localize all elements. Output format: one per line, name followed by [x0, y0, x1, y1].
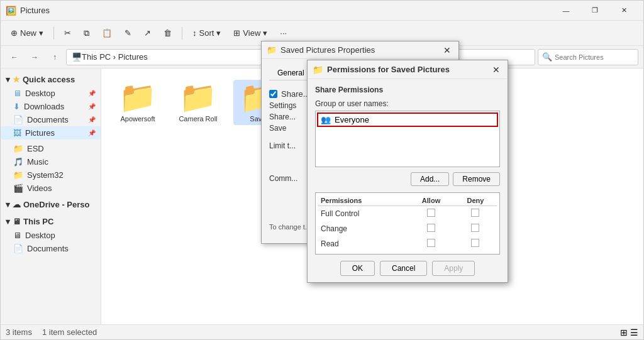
- checkbox-deny-read[interactable]: [471, 239, 479, 247]
- more-icon: ···: [280, 28, 287, 38]
- more-button[interactable]: ···: [275, 26, 292, 40]
- up-button[interactable]: ↑: [46, 48, 64, 66]
- perm-close-button[interactable]: ✕: [490, 63, 502, 76]
- perm-allow-change[interactable]: [408, 221, 454, 236]
- paste-button[interactable]: 📋: [97, 26, 117, 40]
- rename-button[interactable]: ✎: [119, 26, 136, 40]
- cancel-button[interactable]: Cancel: [380, 261, 427, 276]
- thispc-header[interactable]: ▾ 🖥 This PC: [1, 214, 101, 229]
- copy-icon: ⧉: [84, 28, 89, 38]
- pin-icon-4: 📌: [88, 129, 96, 136]
- perm-title: Permissions for Saved Pictures: [327, 65, 450, 74]
- perm-section-title: Share Permissions: [315, 85, 500, 94]
- tab-general[interactable]: General: [269, 65, 313, 80]
- sidebar-item-desktop[interactable]: 🖥 Desktop 📌: [1, 87, 101, 100]
- window-icon: 🖼️: [6, 6, 16, 16]
- checkbox-allow-fullcontrol[interactable]: [427, 209, 435, 217]
- saved-dialog-title-left: 📁 Saved Pictures Properties: [267, 45, 375, 55]
- share-button[interactable]: ↗: [139, 26, 156, 40]
- file-item-apowersoft[interactable]: 📁 Apowersoft: [113, 80, 163, 125]
- list-view-button[interactable]: ☰: [630, 327, 638, 337]
- quick-access-star: ★: [13, 75, 20, 84]
- title-bar-left: 🖼️ Pictures: [6, 6, 50, 16]
- sidebar-item-downloads[interactable]: ⬇ Downloads 📌: [1, 100, 101, 113]
- checkbox-deny-fullcontrol[interactable]: [471, 209, 479, 217]
- cut-icon: ✂: [64, 28, 71, 38]
- checkbox-allow-change[interactable]: [427, 224, 435, 232]
- perm-user-list[interactable]: 👥 Everyone: [315, 111, 500, 167]
- copy-button[interactable]: ⧉: [79, 26, 94, 41]
- delete-button[interactable]: 🗑: [158, 26, 177, 40]
- perm-deny-fullcontrol[interactable]: [454, 206, 497, 222]
- perm-deny-read[interactable]: [454, 236, 497, 251]
- perm-col-permissions: Permissions: [318, 195, 408, 206]
- title-bar-controls: — ❐ ✕: [552, 1, 638, 21]
- sidebar-item-documents[interactable]: 📄 Documents 📌: [1, 113, 101, 126]
- sidebar-item-system32[interactable]: 📁 System32: [1, 168, 101, 182]
- rename-icon: ✎: [125, 28, 131, 38]
- view-button[interactable]: ⊞ View ▾: [228, 26, 272, 40]
- perm-allow-read[interactable]: [408, 236, 454, 251]
- file-label-camera-roll: Camera Roll: [179, 115, 217, 123]
- forward-button[interactable]: →: [26, 48, 43, 66]
- sidebar-item-videos[interactable]: 🎬 Videos: [1, 182, 101, 195]
- perm-user-everyone[interactable]: 👥 Everyone: [317, 112, 498, 127]
- onedrive-section: ▾ ☁ OneDrive - Perso: [1, 196, 101, 213]
- thispc-chevron: ▾: [6, 217, 10, 226]
- thispc-documents-icon: 📄: [13, 244, 23, 253]
- perm-row-change: Change: [318, 221, 497, 236]
- view-label: View: [243, 28, 260, 38]
- remove-button[interactable]: Remove: [453, 172, 500, 186]
- perm-row-read: Read: [318, 236, 497, 251]
- perm-group-label: Group or user names:: [315, 99, 500, 108]
- documents-icon: 📄: [13, 115, 23, 124]
- sidebar-item-thispc-documents[interactable]: 📄 Documents: [1, 242, 101, 255]
- sidebar-item-music[interactable]: 🎵 Music: [1, 155, 101, 168]
- close-button[interactable]: ✕: [609, 1, 638, 21]
- sort-button[interactable]: ↕ Sort ▾: [187, 26, 226, 40]
- sidebar-item-thispc-desktop[interactable]: 🖥 Desktop: [1, 229, 101, 242]
- sidebar-item-pictures[interactable]: 🖼 Pictures 📌: [1, 126, 101, 140]
- pin-icon-3: 📌: [88, 116, 96, 123]
- quick-access-header[interactable]: ▾ ★ Quick access: [1, 72, 101, 87]
- downloads-icon: ⬇: [13, 102, 20, 111]
- file-item-camera-roll[interactable]: 📁 Camera Roll: [173, 80, 223, 125]
- grid-view-button[interactable]: ⊞: [620, 327, 628, 337]
- share-checkbox[interactable]: [269, 90, 277, 98]
- thispc-documents-label: Documents: [27, 244, 69, 253]
- toolbar-separator-2: [182, 27, 182, 40]
- item-count: 3 items: [6, 327, 32, 337]
- new-label: New: [20, 28, 36, 38]
- apply-button[interactable]: Apply: [432, 261, 475, 276]
- desktop-icon: 🖥: [13, 89, 21, 98]
- videos-icon: 🎬: [13, 184, 23, 193]
- checkbox-deny-change[interactable]: [471, 224, 479, 232]
- add-button[interactable]: Add...: [411, 172, 449, 186]
- sidebar-item-esd[interactable]: 📁 ESD: [1, 142, 101, 155]
- onedrive-header[interactable]: ▾ ☁ OneDrive - Perso: [1, 197, 101, 212]
- back-button[interactable]: ←: [6, 48, 23, 66]
- quick-access-section: ▾ ★ Quick access 🖥 Desktop 📌 ⬇ Downloads…: [1, 71, 101, 141]
- perm-table-container: Permissions Allow Deny Full Control Chan…: [315, 192, 500, 255]
- item-selected: 1 item selected: [42, 327, 97, 337]
- sort-icon: ↕: [192, 28, 197, 38]
- thispc-section: ▾ 🖥 This PC 🖥 Desktop 📄 Documents: [1, 213, 101, 256]
- perm-deny-change[interactable]: [454, 221, 497, 236]
- new-button[interactable]: ⊕ New ▾: [6, 26, 48, 40]
- view-chevron: ▾: [263, 28, 267, 38]
- search-box[interactable]: 🔍: [538, 49, 638, 65]
- minimize-button[interactable]: —: [552, 1, 580, 21]
- path-text: This PC › Pictures: [82, 52, 148, 62]
- search-input[interactable]: [555, 53, 641, 61]
- cut-button[interactable]: ✂: [59, 26, 76, 40]
- checkbox-allow-read[interactable]: [427, 239, 435, 247]
- perm-col-allow: Allow: [408, 195, 454, 206]
- perm-allow-fullcontrol[interactable]: [408, 206, 454, 222]
- videos-label: Videos: [27, 184, 52, 193]
- pictures-label: Pictures: [25, 128, 55, 138]
- saved-dialog-close[interactable]: ✕: [441, 44, 453, 57]
- saved-dialog-titlebar: 📁 Saved Pictures Properties ✕: [262, 41, 458, 59]
- maximize-button[interactable]: ❐: [580, 1, 609, 21]
- perm-footer: OK Cancel Apply: [315, 261, 500, 276]
- ok-button[interactable]: OK: [340, 261, 375, 276]
